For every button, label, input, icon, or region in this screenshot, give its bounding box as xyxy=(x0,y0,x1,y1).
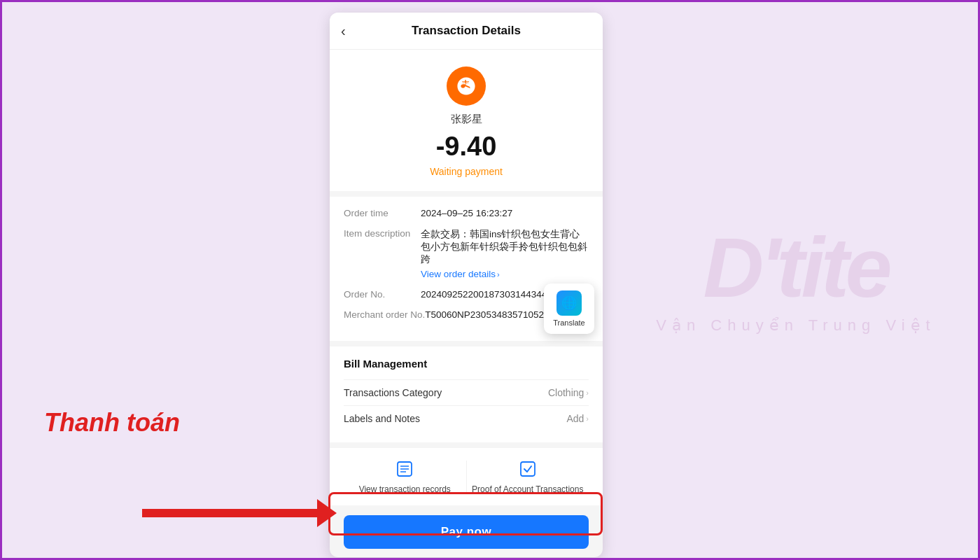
status-badge: Waiting payment xyxy=(430,166,503,177)
labels-notes-row[interactable]: Labels and Notes Add › xyxy=(344,405,589,431)
top-section: 张影星 -9.40 Waiting payment xyxy=(330,50,603,191)
proof-label: Proof of Account Transactions xyxy=(472,484,583,496)
order-time-row: Order time 2024–09–25 16:23:27 xyxy=(344,208,589,218)
watermark-subtext: Vận Chuyển Trung Việt xyxy=(656,316,935,335)
merchant-order-label: Merchant order No. xyxy=(344,309,425,320)
view-transactions-icon xyxy=(393,458,416,480)
transactions-category-value: Clothing › xyxy=(548,387,589,398)
order-time-value: 2024–09–25 16:23:27 xyxy=(421,208,589,218)
header-title: Transaction Details xyxy=(412,24,521,38)
arrow xyxy=(142,499,337,527)
proof-transactions-button[interactable]: Proof of Account Transactions xyxy=(467,458,589,496)
translate-label: Translate xyxy=(553,318,584,327)
back-button[interactable]: ‹ xyxy=(341,23,346,39)
translate-icon: 🌐 xyxy=(556,290,582,316)
details-section: Order time 2024–09–25 16:23:27 Item desc… xyxy=(330,197,603,341)
transactions-category-label: Transactions Category xyxy=(344,387,442,398)
amount: -9.40 xyxy=(436,132,497,162)
alipay-logo xyxy=(447,66,486,106)
view-transactions-button[interactable]: View transaction records xyxy=(344,458,466,496)
watermark-logo: D'tite xyxy=(703,225,888,309)
thanh-toan-label: Thanh toán xyxy=(44,408,180,438)
phone-card: ‹ Transaction Details 张影星 -9.40 Waiting … xyxy=(330,13,603,557)
bill-section: Bill Management Transactions Category Cl… xyxy=(330,346,603,442)
view-transactions-label: View transaction records xyxy=(359,484,451,496)
translate-bubble[interactable]: 🌐 Translate xyxy=(544,284,594,334)
action-row: View transaction records Proof of Accoun… xyxy=(330,448,603,505)
pay-now-button[interactable]: Pay now xyxy=(344,515,589,549)
labels-notes-label: Labels and Notes xyxy=(344,413,420,424)
view-order-link[interactable]: View order details› xyxy=(421,269,589,279)
transactions-category-row[interactable]: Transactions Category Clothing › xyxy=(344,379,589,405)
item-desc-label: Item description xyxy=(344,228,421,279)
card-header: ‹ Transaction Details xyxy=(330,13,603,50)
item-desc-row: Item description 全款交易：韩国ins针织包包女生背心包小方包新… xyxy=(344,228,589,279)
proof-transactions-icon xyxy=(517,458,539,480)
merchant-name: 张影星 xyxy=(451,113,482,126)
order-time-label: Order time xyxy=(344,208,421,218)
svg-rect-4 xyxy=(521,462,535,476)
watermark: D'tite Vận Chuyển Trung Việt xyxy=(614,2,978,558)
item-desc-value: 全款交易：韩国ins针织包包女生背心包小方包新年针织袋手拎包针织包包斜跨 xyxy=(421,228,589,266)
order-no-label: Order No. xyxy=(344,289,421,300)
bill-management-title: Bill Management xyxy=(344,358,589,370)
labels-notes-value: Add › xyxy=(566,413,589,424)
